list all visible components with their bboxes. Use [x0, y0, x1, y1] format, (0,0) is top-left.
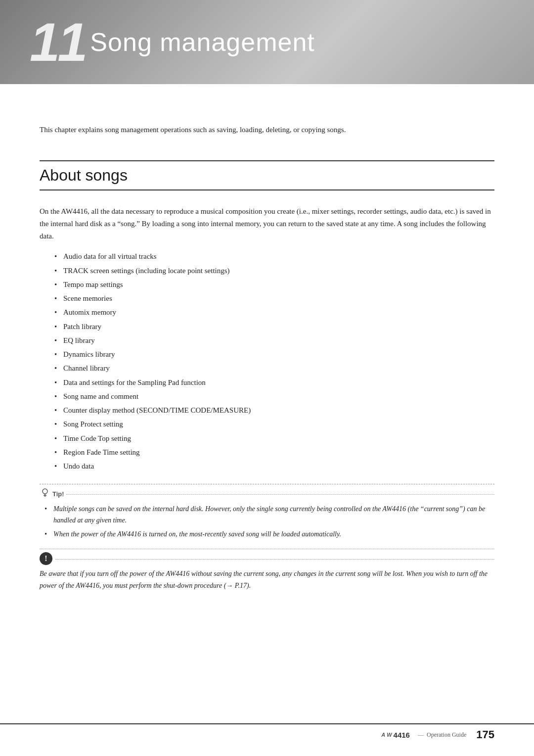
list-item: Time Code Top setting [54, 433, 494, 444]
warning-text: Be aware that if you turn off the power … [40, 568, 494, 591]
main-content: This chapter explains song management op… [0, 84, 534, 640]
tip-header: Tip! [40, 487, 494, 501]
tip-icon [40, 487, 50, 501]
intro-paragraph: This chapter explains song management op… [40, 124, 445, 136]
list-item: EQ library [54, 335, 494, 346]
footer-brand-w: W [387, 732, 392, 738]
list-item: Song name and comment [54, 391, 494, 402]
chapter-number: 11 [30, 15, 85, 69]
tip-dots [66, 494, 494, 495]
tip-label: Tip! [52, 490, 64, 498]
tip-item: When the power of the AW4416 is turned o… [44, 529, 494, 540]
footer-guide-label: Operation Guide [427, 731, 466, 739]
warning-header: ! [40, 552, 494, 565]
list-item: Patch library [54, 321, 494, 332]
bullet-list: Audio data for all virtual tracks TRACK … [54, 251, 494, 472]
list-item: Scene memories [54, 293, 494, 304]
footer-brand-model: 4416 [394, 731, 410, 739]
footer-brand-prefix: A [381, 732, 385, 738]
list-item: Automix memory [54, 307, 494, 318]
list-item: Undo data [54, 461, 494, 472]
warning-box: ! Be aware that if you turn off the powe… [40, 549, 494, 591]
footer-page-number: 175 [476, 728, 494, 741]
tip-content-list: Multiple songs can be saved on the inter… [44, 504, 494, 540]
list-item: Data and settings for the Sampling Pad f… [54, 377, 494, 388]
footer-brand: AW4416 [381, 731, 410, 739]
page-footer: AW4416 — Operation Guide 175 [0, 723, 534, 741]
warning-icon: ! [40, 552, 52, 565]
list-item: Channel library [54, 363, 494, 374]
footer-separator: — [418, 731, 424, 739]
chapter-header: 11 Song management [0, 0, 534, 84]
warning-dots [55, 559, 494, 560]
section-heading: About songs [40, 164, 494, 187]
list-item: Audio data for all virtual tracks [54, 251, 494, 262]
list-item: Counter display method (SECOND/TIME CODE… [54, 405, 494, 416]
body-paragraph: On the AW4416, all the data necessary to… [40, 205, 494, 242]
tip-item: Multiple songs can be saved on the inter… [44, 504, 494, 526]
list-item: Tempo map settings [54, 279, 494, 290]
tip-box: Tip! Multiple songs can be saved on the … [40, 484, 494, 540]
list-item: Dynamics library [54, 349, 494, 360]
chapter-title: Song management [90, 27, 314, 57]
list-item: TRACK screen settings (including locate … [54, 265, 494, 277]
section-heading-wrapper: About songs [40, 160, 494, 190]
list-item: Song Protect setting [54, 419, 494, 430]
svg-point-0 [43, 489, 47, 494]
list-item: Region Fade Time setting [54, 447, 494, 458]
